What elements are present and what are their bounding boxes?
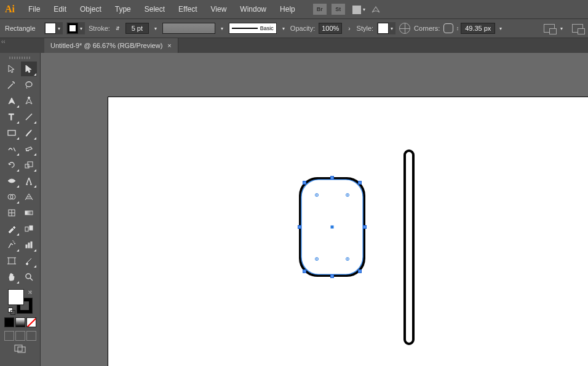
svg-point-23 (26, 274, 31, 279)
search-icon[interactable] (370, 3, 381, 15)
rotate-tool[interactable] (4, 157, 20, 172)
chevron-down-icon: ▾ (363, 7, 365, 12)
menu-edit[interactable]: Edit (47, 2, 73, 16)
stepper-icon[interactable]: ⇵ (114, 26, 122, 31)
chevron-down-icon[interactable]: ▾ (280, 26, 287, 31)
selection-handle[interactable] (358, 181, 362, 185)
menu-select[interactable]: Select (138, 2, 171, 16)
default-fill-stroke-icon[interactable] (8, 308, 14, 314)
bridge-icon[interactable]: Br (313, 4, 327, 15)
rounded-rectangle-shape[interactable] (299, 177, 365, 277)
corner-widget-icon[interactable] (315, 257, 319, 261)
selection-handle[interactable] (363, 225, 367, 229)
draw-normal-icon[interactable] (4, 331, 14, 341)
scale-tool[interactable] (21, 157, 37, 172)
draw-inside-icon[interactable] (26, 331, 36, 341)
screen-mode-icon[interactable] (14, 344, 26, 353)
selection-handle[interactable] (330, 176, 334, 180)
zoom-tool[interactable] (21, 269, 37, 284)
corner-radius-input[interactable] (461, 23, 495, 34)
chevron-down-icon[interactable]: ▾ (558, 26, 565, 31)
fill-swatch[interactable]: ▾ (44, 22, 63, 34)
width-tool[interactable] (4, 173, 20, 188)
menu-effect[interactable]: Effect (172, 2, 203, 16)
draw-behind-icon[interactable] (15, 331, 25, 341)
shaper-tool[interactable] (4, 141, 20, 156)
selection-handle[interactable] (358, 269, 362, 273)
hand-tool[interactable] (4, 269, 20, 284)
mesh-tool[interactable] (4, 205, 20, 220)
corner-radius-link-icon[interactable] (443, 23, 453, 33)
menu-type[interactable]: Type (109, 2, 137, 16)
close-icon[interactable]: × (167, 42, 171, 49)
menu-window[interactable]: Window (234, 2, 272, 16)
stock-icon[interactable]: St (332, 4, 345, 15)
svg-line-3 (26, 114, 32, 120)
graphic-style-swatch[interactable]: ▾ (377, 22, 395, 34)
fill-color-icon[interactable] (8, 289, 24, 305)
transform-icon[interactable] (572, 24, 583, 33)
eyedropper-tool[interactable] (4, 221, 20, 236)
canvas-area[interactable] (41, 53, 588, 366)
blend-tool[interactable] (21, 221, 37, 236)
corner-widget-icon[interactable] (346, 257, 349, 261)
svg-line-24 (30, 278, 33, 280)
lasso-tool[interactable] (21, 78, 37, 92)
selection-tool[interactable] (4, 62, 20, 76)
line-segment-tool[interactable] (21, 109, 37, 124)
document-tab[interactable]: Untitled-9* @ 66.67% (RGB/Preview) × (44, 38, 178, 53)
fill-stroke-control[interactable]: ⤭ (8, 289, 33, 314)
paintbrush-tool[interactable] (21, 125, 37, 140)
recolor-artwork-icon[interactable] (399, 23, 410, 34)
shape-builder-tool[interactable] (4, 189, 20, 204)
chevron-down-icon[interactable]: ▾ (56, 26, 62, 31)
chevron-down-icon[interactable]: ▾ (389, 26, 395, 31)
chevron-right-icon[interactable]: › (346, 25, 352, 32)
chevron-down-icon[interactable]: ▾ (498, 26, 504, 31)
artboard-tool[interactable] (4, 253, 20, 268)
menu-view[interactable]: View (205, 2, 233, 16)
slice-tool[interactable] (21, 253, 37, 268)
menu-file[interactable]: File (22, 2, 46, 16)
stroke-swatch[interactable]: ▾ (66, 22, 85, 34)
chevron-down-icon[interactable]: ▾ (153, 26, 159, 31)
selection-handle[interactable] (303, 269, 306, 273)
chevron-down-icon[interactable]: ▾ (78, 26, 84, 31)
curvature-tool[interactable] (21, 93, 37, 108)
swap-fill-stroke-icon[interactable]: ⤭ (28, 289, 33, 295)
perspective-grid-tool[interactable] (21, 189, 37, 204)
color-mode-none-icon[interactable] (26, 317, 36, 327)
collapse-handle-icon[interactable]: ‹‹ (1, 38, 6, 45)
gradient-tool[interactable] (21, 205, 37, 220)
direct-selection-tool[interactable] (21, 62, 37, 76)
corner-widget-icon[interactable] (315, 193, 319, 197)
rounded-rectangle-shape-2[interactable] (403, 149, 415, 345)
color-mode-gradient-icon[interactable] (15, 317, 25, 327)
align-to-icon[interactable] (544, 24, 555, 33)
selection-handle[interactable] (330, 274, 334, 278)
arrange-documents-icon[interactable]: ▾ (352, 5, 365, 14)
color-mode-solid-icon[interactable] (4, 317, 14, 327)
artboard[interactable] (108, 97, 588, 366)
panel-grip-icon[interactable] (9, 57, 31, 59)
svg-rect-25 (15, 345, 22, 351)
chevron-down-icon[interactable]: ▾ (219, 26, 225, 31)
stroke-weight-input[interactable] (125, 23, 149, 34)
selection-handle[interactable] (303, 181, 306, 185)
eraser-tool[interactable] (21, 141, 37, 156)
pen-tool[interactable] (4, 93, 20, 108)
type-tool[interactable]: T (4, 109, 20, 124)
symbol-sprayer-tool[interactable] (4, 237, 20, 252)
menu-object[interactable]: Object (74, 2, 108, 16)
column-graph-tool[interactable] (21, 237, 37, 252)
variable-width-profile[interactable] (162, 23, 215, 34)
menu-help[interactable]: Help (274, 2, 301, 16)
magic-wand-tool[interactable] (4, 78, 20, 92)
corner-widget-icon[interactable] (346, 193, 349, 197)
rectangle-tool[interactable] (4, 125, 20, 140)
document-tab-title: Untitled-9* @ 66.67% (RGB/Preview) (50, 42, 162, 49)
opacity-input[interactable] (319, 23, 342, 34)
brush-definition[interactable]: Basic (229, 23, 277, 34)
free-transform-tool[interactable] (21, 173, 37, 188)
selection-handle[interactable] (298, 225, 301, 229)
